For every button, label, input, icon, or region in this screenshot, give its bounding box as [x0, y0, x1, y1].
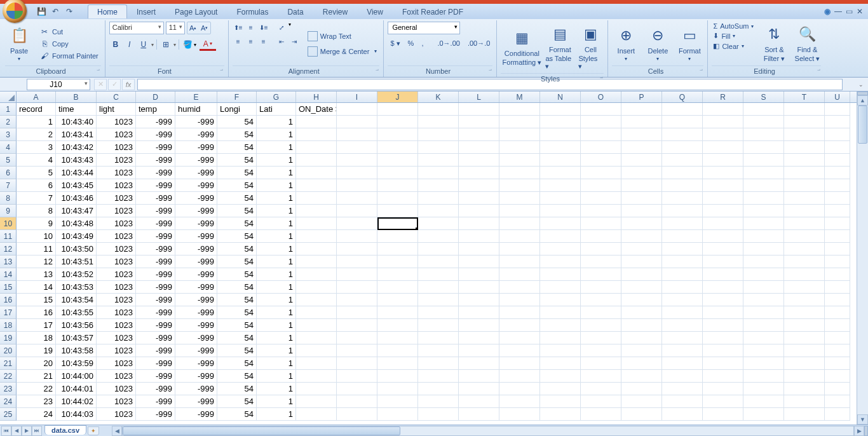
cell[interactable]: 22	[17, 383, 56, 395]
cell[interactable]: 1	[257, 395, 296, 408]
col-header-T[interactable]: T	[784, 92, 825, 102]
cell[interactable]	[743, 217, 784, 230]
col-header-N[interactable]: N	[540, 92, 581, 102]
row-header[interactable]: 1	[0, 103, 17, 116]
col-header-P[interactable]: P	[621, 92, 662, 102]
cell[interactable]	[499, 332, 540, 344]
cell[interactable]	[581, 383, 621, 395]
tab-insert[interactable]: Insert	[127, 4, 165, 18]
cell[interactable]: 54	[217, 128, 257, 141]
cell[interactable]	[499, 205, 540, 217]
cell[interactable]	[459, 141, 499, 154]
cell[interactable]: 1023	[97, 319, 136, 332]
cell[interactable]	[296, 230, 337, 243]
cell[interactable]	[703, 179, 743, 192]
col-header-F[interactable]: F	[217, 92, 257, 102]
cell[interactable]	[540, 344, 581, 357]
cell[interactable]	[540, 408, 581, 421]
cell[interactable]	[703, 128, 743, 141]
cell[interactable]	[459, 357, 499, 370]
align-top-icon[interactable]: ⬆≡	[233, 22, 244, 33]
cell[interactable]: 1	[257, 128, 296, 141]
cell[interactable]	[581, 281, 621, 294]
cell[interactable]: -999	[175, 192, 217, 205]
cell[interactable]: 1	[257, 167, 296, 179]
cell[interactable]	[581, 103, 621, 116]
cell[interactable]: 54	[217, 408, 257, 421]
merge-center-button[interactable]: Merge & Center▾	[305, 45, 380, 58]
align-center-icon[interactable]: ≡	[245, 36, 257, 47]
cell[interactable]	[459, 383, 499, 395]
format-painter-button[interactable]: 🖌Format Painter	[37, 50, 101, 62]
cell[interactable]	[662, 408, 703, 421]
cell[interactable]	[377, 179, 418, 192]
cell[interactable]	[337, 395, 377, 408]
cell[interactable]	[459, 294, 499, 306]
cell[interactable]: record	[17, 103, 56, 116]
next-sheet-icon[interactable]: ▶	[22, 426, 32, 436]
cell[interactable]	[825, 332, 850, 344]
cell[interactable]	[662, 319, 703, 332]
cell[interactable]: 54	[217, 357, 257, 370]
row-header[interactable]: 2	[0, 116, 17, 128]
cell[interactable]: 1	[257, 383, 296, 395]
cell[interactable]	[418, 192, 459, 205]
cell[interactable]	[377, 167, 418, 179]
cell[interactable]: 1023	[97, 344, 136, 357]
row-header[interactable]: 24	[0, 395, 17, 408]
cell[interactable]	[540, 141, 581, 154]
cell[interactable]	[459, 408, 499, 421]
cell[interactable]: 10:43:46	[56, 192, 97, 205]
cut-button[interactable]: ✂Cut	[37, 26, 101, 37]
cell[interactable]	[581, 332, 621, 344]
cell[interactable]: 1	[257, 179, 296, 192]
italic-button[interactable]: I	[123, 38, 136, 51]
cell[interactable]: -999	[175, 306, 217, 319]
cell[interactable]: 54	[217, 205, 257, 217]
cell[interactable]	[825, 141, 850, 154]
cell[interactable]	[459, 179, 499, 192]
cell[interactable]: 14	[17, 281, 56, 294]
cell[interactable]	[337, 103, 377, 116]
cell[interactable]	[743, 154, 784, 167]
cell[interactable]: 1023	[97, 230, 136, 243]
col-header-B[interactable]: B	[56, 92, 97, 102]
cell[interactable]	[662, 268, 703, 281]
cell[interactable]: 1023	[97, 128, 136, 141]
indent-dec-icon[interactable]: ⇤	[276, 36, 287, 47]
col-header-S[interactable]: S	[743, 92, 784, 102]
cell[interactable]	[377, 230, 418, 243]
col-header-H[interactable]: H	[296, 92, 337, 102]
cell[interactable]: 1023	[97, 268, 136, 281]
cell[interactable]	[418, 116, 459, 128]
cell[interactable]	[621, 243, 662, 255]
cell[interactable]	[581, 395, 621, 408]
cell[interactable]: 1023	[97, 167, 136, 179]
cell[interactable]	[540, 332, 581, 344]
paste-button[interactable]: 📋 Paste ▾	[5, 22, 33, 65]
cell[interactable]	[621, 255, 662, 268]
cell[interactable]	[540, 268, 581, 281]
cell[interactable]	[703, 281, 743, 294]
cell[interactable]	[825, 192, 850, 205]
cell[interactable]	[377, 128, 418, 141]
cell[interactable]: 10:43:40	[56, 116, 97, 128]
col-header-Q[interactable]: Q	[662, 92, 703, 102]
hscroll-track[interactable]	[122, 426, 854, 436]
delete-cells-button[interactable]: ⊖Delete▾	[644, 22, 672, 65]
cell[interactable]	[703, 205, 743, 217]
cell[interactable]	[784, 128, 825, 141]
cell[interactable]	[743, 128, 784, 141]
cell[interactable]	[784, 154, 825, 167]
cell-styles-button[interactable]: ▣CellStyles ▾	[577, 22, 604, 73]
cell[interactable]	[337, 141, 377, 154]
comma-button[interactable]: ,	[419, 37, 426, 50]
cell[interactable]: 10:43:55	[56, 306, 97, 319]
cell[interactable]: Lati	[257, 103, 296, 116]
cell[interactable]	[703, 167, 743, 179]
row-header[interactable]: 7	[0, 179, 17, 192]
cell[interactable]	[337, 243, 377, 255]
cell[interactable]: 19	[17, 344, 56, 357]
cell[interactable]	[296, 383, 337, 395]
cell[interactable]: 10:43:48	[56, 217, 97, 230]
